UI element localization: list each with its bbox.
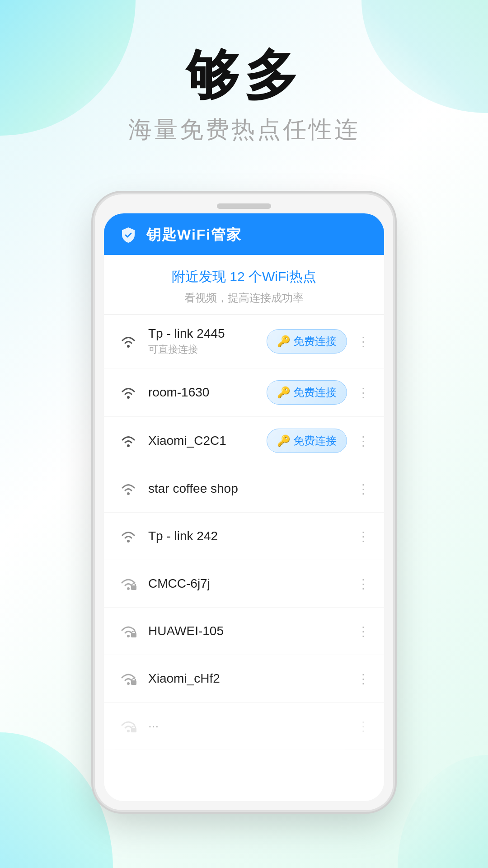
- wifi-item: Tp - link 2445 可直接连接 🔑 免费连接 ⋮: [104, 315, 384, 368]
- wifi-info: room-1630: [148, 385, 258, 400]
- svg-rect-8: [131, 633, 136, 637]
- wifi-locked-signal-icon: [117, 619, 140, 643]
- wifi-name: HUAWEI-105: [148, 624, 347, 638]
- phone-screen: 钥匙WiFi管家 附近发现 12 个WiFi热点 看视频，提高连接成功率: [104, 213, 384, 801]
- phone-notch: [217, 203, 271, 209]
- svg-point-1: [127, 396, 130, 399]
- connect-button[interactable]: 🔑 免费连接: [267, 329, 347, 354]
- wifi-name: Tp - link 242: [148, 529, 347, 543]
- key-icon: 🔑: [277, 434, 291, 447]
- wifi-list: Tp - link 2445 可直接连接 🔑 免费连接 ⋮: [104, 315, 384, 750]
- wifi-locked-signal-icon: [117, 714, 140, 738]
- wifi-item: Tp - link 242 ⋮: [104, 513, 384, 560]
- wifi-signal-icon: [117, 381, 140, 404]
- more-options-icon[interactable]: ⋮: [355, 624, 371, 639]
- connect-button[interactable]: 🔑 免费连接: [267, 380, 347, 405]
- wifi-item: ··· ⋮: [104, 703, 384, 750]
- wifi-info: HUAWEI-105: [148, 624, 347, 638]
- wifi-item: Xiaomi_C2C1 🔑 免费连接 ⋮: [104, 417, 384, 465]
- wifi-name: Xiaomi_cHf2: [148, 671, 347, 686]
- app-header: 钥匙WiFi管家: [104, 213, 384, 255]
- more-options-icon[interactable]: ⋮: [355, 334, 371, 349]
- corner-decoration-br: [398, 755, 488, 868]
- svg-point-0: [127, 345, 130, 348]
- svg-point-11: [127, 730, 130, 732]
- svg-point-5: [127, 587, 130, 590]
- svg-point-3: [127, 492, 130, 495]
- more-options-icon: ⋮: [355, 719, 371, 734]
- app-logo: [117, 223, 140, 247]
- wifi-name: Tp - link 2445: [148, 326, 258, 341]
- more-options-icon[interactable]: ⋮: [355, 576, 371, 591]
- wifi-name: room-1630: [148, 385, 258, 400]
- svg-point-7: [127, 635, 130, 637]
- wifi-info: ···: [148, 719, 347, 733]
- svg-rect-12: [131, 728, 136, 732]
- more-options-icon[interactable]: ⋮: [355, 671, 371, 686]
- svg-rect-10: [131, 680, 136, 685]
- wifi-locked-signal-icon: [117, 667, 140, 690]
- wifi-info: Tp - link 242: [148, 529, 347, 543]
- wifi-signal-icon: [117, 477, 140, 500]
- wifi-name: star coffee shop: [148, 481, 347, 496]
- discovery-count: 附近发现 12 个WiFi热点: [113, 268, 375, 286]
- discovery-hint: 看视频，提高连接成功率: [113, 291, 375, 305]
- hero-subtitle: 海量免费热点任性连: [0, 114, 488, 146]
- wifi-signal-icon: [117, 524, 140, 548]
- wifi-info: CMCC-6j7j: [148, 576, 347, 591]
- wifi-info: Xiaomi_cHf2: [148, 671, 347, 686]
- key-icon: 🔑: [277, 335, 291, 348]
- wifi-item: star coffee shop ⋮: [104, 465, 384, 513]
- connect-button[interactable]: 🔑 免费连接: [267, 429, 347, 453]
- key-icon: 🔑: [277, 386, 291, 399]
- wifi-signal-icon: [117, 330, 140, 353]
- more-options-icon[interactable]: ⋮: [355, 529, 371, 544]
- hero-title: 够多: [0, 45, 488, 105]
- wifi-sub: 可直接连接: [148, 343, 258, 356]
- connect-label: 免费连接: [293, 434, 337, 448]
- connect-label: 免费连接: [293, 334, 337, 349]
- wifi-info: star coffee shop: [148, 481, 347, 496]
- svg-point-9: [127, 682, 130, 685]
- more-options-icon[interactable]: ⋮: [355, 481, 371, 496]
- wifi-info: Tp - link 2445 可直接连接: [148, 326, 258, 356]
- wifi-item: room-1630 🔑 免费连接 ⋮: [104, 368, 384, 417]
- connect-label: 免费连接: [293, 385, 337, 400]
- more-options-icon[interactable]: ⋮: [355, 434, 371, 448]
- svg-point-4: [127, 540, 130, 542]
- phone-mockup: 钥匙WiFi管家 附近发现 12 个WiFi热点 看视频，提高连接成功率: [95, 194, 393, 810]
- svg-rect-6: [131, 585, 136, 590]
- wifi-item: CMCC-6j7j ⋮: [104, 560, 384, 608]
- wifi-locked-signal-icon: [117, 572, 140, 595]
- wifi-info: Xiaomi_C2C1: [148, 434, 258, 448]
- app-title: 钥匙WiFi管家: [146, 225, 242, 245]
- phone-frame: 钥匙WiFi管家 附近发现 12 个WiFi热点 看视频，提高连接成功率: [95, 194, 393, 810]
- discovery-banner: 附近发现 12 个WiFi热点 看视频，提高连接成功率: [104, 255, 384, 315]
- more-options-icon[interactable]: ⋮: [355, 385, 371, 400]
- wifi-item: HUAWEI-105 ⋮: [104, 608, 384, 655]
- wifi-name: ···: [148, 719, 347, 733]
- wifi-item: Xiaomi_cHf2 ⋮: [104, 655, 384, 703]
- hero-section: 够多 海量免费热点任性连: [0, 45, 488, 146]
- wifi-name: Xiaomi_C2C1: [148, 434, 258, 448]
- wifi-name: CMCC-6j7j: [148, 576, 347, 591]
- svg-point-2: [127, 444, 130, 447]
- wifi-signal-icon: [117, 429, 140, 453]
